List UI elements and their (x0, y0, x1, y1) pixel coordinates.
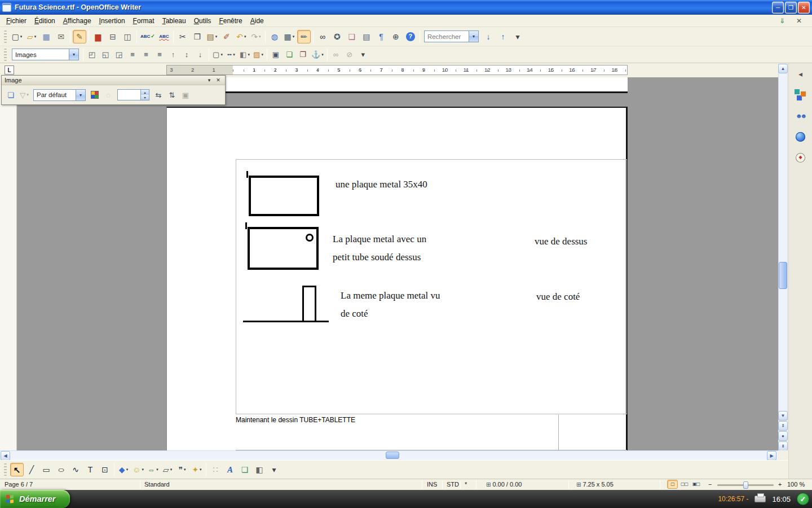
align-bottom-icon[interactable]: ↓ (194, 49, 206, 61)
line-icon[interactable]: ╱ (25, 463, 38, 476)
callouts-icon[interactable]: ❞▾ (175, 463, 189, 476)
tab-stop-selector[interactable]: L (5, 65, 14, 75)
graphics-mode-icon[interactable] (89, 89, 101, 101)
page-preview-icon[interactable]: ◫ (121, 30, 134, 43)
spin-up-icon[interactable]: ▴ (141, 90, 149, 95)
print-icon[interactable]: ⊟ (106, 30, 120, 43)
export-pdf-icon[interactable]: ▆ (91, 30, 105, 43)
zoom-level[interactable]: 100 % (787, 481, 805, 488)
zoom-in-icon[interactable]: + (778, 481, 782, 488)
nonprinting-characters-icon[interactable]: ¶ (374, 30, 388, 43)
select-icon[interactable]: ↖ (10, 463, 24, 476)
align-right-icon[interactable]: ≡ (153, 49, 166, 61)
horizontal-ruler[interactable]: 321123456789101112131415161718 (166, 65, 628, 75)
navigator-icon[interactable]: ✪ (330, 30, 344, 43)
zoom-slider[interactable] (717, 484, 774, 486)
style-combobox[interactable]: Images ▾ (12, 49, 79, 60)
shortcut-modules-icon[interactable] (793, 87, 809, 102)
toolbar-overflow-icon[interactable]: ▾ (357, 49, 369, 61)
toolbar-grip[interactable] (4, 30, 7, 43)
new-document-icon[interactable]: ▢▾ (10, 30, 24, 43)
shortcut-users-icon[interactable]: ☻☻ (793, 108, 809, 123)
page-indicator[interactable]: Page 6 / 7 (5, 481, 33, 488)
menu-format[interactable]: Format (129, 16, 158, 26)
image-toolbar[interactable]: Image ▾ ✕ ❏▽▾ Par défaut ▾ ◌ ▴ ▾ ⇆⇅▣ (1, 75, 226, 105)
find-replace-icon[interactable]: ∞ (316, 30, 329, 43)
maximize-button[interactable]: ❐ (785, 2, 797, 14)
titlebar[interactable]: Futura Science.rtf - OpenOffice Writer ─… (0, 0, 812, 15)
menu-fichier[interactable]: Fichier (2, 16, 30, 26)
flip-horizontal-icon[interactable]: ⇆ (152, 89, 165, 101)
page-style[interactable]: Standard (144, 481, 170, 488)
transparency-stepper[interactable]: ▴ ▾ (117, 89, 149, 100)
horizontal-scrollbar[interactable]: ◀ ▶ (0, 450, 778, 460)
autospellcheck-icon[interactable]: ABC (157, 30, 171, 43)
scrollbar-thumb[interactable] (386, 452, 399, 459)
gallery-icon[interactable]: ❏ (345, 30, 359, 43)
menu-tableau[interactable]: Tableau (158, 16, 190, 26)
flip-vertical-icon[interactable]: ⇅ (166, 89, 178, 101)
vertical-scrollbar[interactable]: ▲ ▼ (778, 64, 788, 421)
stars-icon[interactable]: ✦▾ (190, 463, 204, 476)
copy-icon[interactable]: ❐ (191, 30, 204, 43)
scroll-right-icon[interactable]: ▶ (767, 451, 776, 461)
close-document-icon[interactable]: ✕ (793, 16, 805, 26)
selection-mode[interactable]: STD (447, 481, 459, 488)
image-toolbar-titlebar[interactable]: Image ▾ ✕ (2, 76, 225, 85)
toolbar-overflow-icon[interactable]: ▾ (267, 463, 281, 476)
chevron-down-icon[interactable]: ▾ (76, 90, 85, 100)
callout-icon[interactable]: ⊡ (98, 463, 112, 476)
load-url-icon[interactable]: ⇓ (776, 16, 788, 26)
align-top-icon[interactable]: ↑ (167, 49, 179, 61)
chevron-down-icon[interactable]: ▾ (69, 49, 78, 60)
undo-icon[interactable]: ↶▾ (235, 30, 248, 43)
open-icon[interactable]: ▱▾ (25, 30, 38, 43)
view-single-page-icon[interactable]: ▢ (667, 480, 678, 489)
wrap-through-icon[interactable]: ◲ (113, 49, 125, 61)
edit-file-icon[interactable]: ✎ (73, 30, 86, 43)
border-color-icon[interactable]: ◧▾ (239, 49, 251, 61)
save-icon[interactable]: ▦ (39, 30, 53, 43)
find-next-icon[interactable]: ↓ (482, 30, 495, 43)
spin-down-icon[interactable]: ▾ (141, 95, 149, 100)
navigation-icon[interactable]: ● (778, 431, 788, 441)
symbol-shapes-icon[interactable]: ☺▾ (131, 463, 145, 476)
borders-icon[interactable]: ▢▾ (211, 49, 224, 61)
format-paintbrush-icon[interactable]: ✐ (220, 30, 233, 43)
antivirus-icon[interactable]: ✓ (797, 493, 809, 505)
cut-icon[interactable]: ✂ (176, 30, 189, 43)
bring-to-front-icon[interactable]: ❏ (283, 49, 295, 61)
align-middle-icon[interactable]: ↕ (180, 49, 193, 61)
flowcharts-icon[interactable]: ▱▾ (161, 463, 174, 476)
toolbar-menu-icon[interactable]: ▾ (205, 77, 213, 84)
menu-insertion[interactable]: Insertion (95, 16, 129, 26)
close-button[interactable]: ✕ (798, 2, 810, 14)
filter-combobox[interactable]: Par défaut ▾ (33, 89, 86, 101)
menu-edition[interactable]: Édition (30, 16, 59, 26)
wrap-off-icon[interactable]: ◰ (86, 49, 98, 61)
drawing-plate-top-view[interactable] (249, 176, 319, 216)
hyperlink-icon[interactable]: ◍ (268, 30, 281, 43)
send-to-back-icon[interactable]: ❐ (297, 49, 309, 61)
fontwork-gallery-icon[interactable]: A (223, 463, 237, 476)
previous-page-icon[interactable]: ⇞ (778, 421, 788, 431)
document-as-email-icon[interactable]: ✉ (54, 30, 68, 43)
search-input[interactable]: Rechercher (425, 33, 469, 40)
line-style-icon[interactable]: ╍▾ (225, 49, 237, 61)
align-left-icon[interactable]: ≡ (126, 49, 139, 61)
panel-float-icon[interactable]: ◂ (793, 67, 809, 81)
view-book-icon[interactable]: ▣▢ (691, 480, 701, 489)
document-page[interactable]: une plaque metal 35x40 La plaque metal a… (166, 107, 628, 450)
menu-outils[interactable]: Outils (190, 16, 215, 26)
drawing-tube-circle[interactable] (306, 234, 314, 242)
toolbar-grip[interactable] (4, 463, 7, 476)
table-icon[interactable]: ▦▾ (283, 30, 296, 43)
spellcheck-icon[interactable]: ABC (139, 30, 156, 43)
view-multi-page-icon[interactable]: ▢▢ (679, 480, 690, 489)
scroll-left-icon[interactable]: ◀ (1, 451, 10, 461)
toolbar-overflow-icon[interactable]: ▾ (511, 30, 524, 43)
basic-shapes-icon[interactable]: ◆▾ (117, 463, 130, 476)
rectangle-icon[interactable]: ▭ (39, 463, 53, 476)
ellipse-icon[interactable]: ○ (54, 463, 68, 476)
zoom-slider-thumb[interactable] (743, 481, 748, 489)
